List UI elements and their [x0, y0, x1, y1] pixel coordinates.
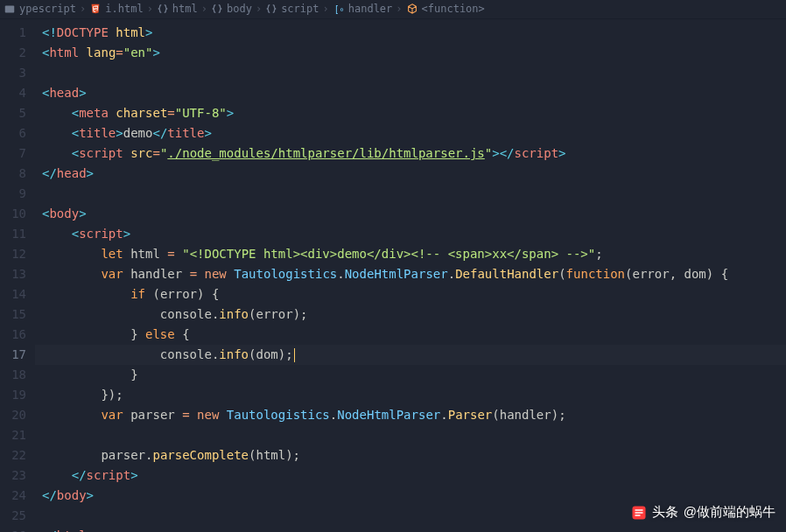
- folder-icon: [4, 3, 16, 15]
- code-line[interactable]: <script src="./node_modules/htmlparser/l…: [35, 144, 786, 164]
- line-number: 26: [0, 526, 26, 532]
- line-number: 23: [0, 466, 26, 486]
- chevron-right-icon: ›: [80, 1, 86, 18]
- chevron-right-icon: ›: [147, 1, 153, 18]
- code-line[interactable]: console.info(error);: [35, 304, 786, 325]
- line-number: 22: [0, 445, 26, 466]
- line-number: 2: [0, 43, 26, 63]
- line-number: 24: [0, 486, 26, 506]
- line-number: 8: [0, 164, 26, 184]
- line-gutter: 1234567891011121314151617181920212223242…: [0, 19, 35, 532]
- code-line[interactable]: });: [35, 385, 786, 405]
- breadcrumb-item[interactable]: ypescript: [4, 1, 76, 18]
- watermark-brand: 头条: [652, 501, 678, 523]
- chevron-right-icon: ›: [323, 1, 329, 18]
- code-line[interactable]: parser.parseComplete(html);: [35, 445, 786, 466]
- code-line[interactable]: <meta charset="UTF-8">: [35, 103, 786, 123]
- svg-text:[∘]: [∘]: [333, 4, 344, 14]
- line-number: 10: [0, 204, 26, 224]
- watermark: 头条 @做前端的蜗牛: [631, 501, 775, 523]
- line-number: 14: [0, 284, 26, 304]
- code-area[interactable]: <!DOCTYPE html><html lang="en"><head> <m…: [35, 19, 786, 532]
- breadcrumb-item[interactable]: body: [211, 1, 252, 18]
- brackets-icon: [265, 3, 277, 15]
- code-line[interactable]: <html lang="en">: [35, 43, 786, 63]
- breadcrumb-item[interactable]: script: [265, 1, 319, 18]
- svg-rect-3: [635, 509, 642, 511]
- code-line[interactable]: } else {: [35, 325, 786, 345]
- line-number: 25: [0, 506, 26, 526]
- chevron-right-icon: ›: [256, 1, 262, 18]
- breadcrumb-label: body: [227, 1, 252, 18]
- code-line[interactable]: var handler = new Tautologistics.NodeHtm…: [35, 264, 786, 284]
- toutiao-icon: [631, 505, 647, 521]
- code-line[interactable]: <head>: [35, 83, 786, 103]
- chevron-right-icon: ›: [396, 1, 402, 18]
- breadcrumb-label: handler: [348, 1, 393, 18]
- var-icon: [∘]: [333, 3, 345, 15]
- breadcrumb-item[interactable]: i.html: [89, 1, 143, 18]
- code-line[interactable]: [35, 425, 786, 445]
- breadcrumb-item[interactable]: <function>: [406, 1, 485, 18]
- code-line[interactable]: <title>demo</title>: [35, 123, 786, 144]
- brackets-icon: [157, 3, 169, 15]
- code-line[interactable]: </head>: [35, 164, 786, 184]
- line-number: 9: [0, 184, 26, 204]
- cube-icon: [406, 3, 418, 15]
- code-line[interactable]: console.info(dom);: [35, 345, 786, 365]
- line-number: 16: [0, 325, 26, 345]
- code-line[interactable]: <script>: [35, 224, 786, 244]
- line-number: 13: [0, 264, 26, 284]
- breadcrumb-label: script: [281, 1, 319, 18]
- code-line[interactable]: }: [35, 365, 786, 385]
- breadcrumb-label: i.html: [105, 1, 143, 18]
- line-number: 15: [0, 304, 26, 325]
- code-editor[interactable]: 1234567891011121314151617181920212223242…: [0, 19, 786, 532]
- line-number: 1: [0, 23, 26, 43]
- svg-rect-4: [635, 512, 642, 514]
- breadcrumb-label: ypescript: [19, 1, 76, 18]
- breadcrumb-item[interactable]: html: [157, 1, 198, 18]
- code-line[interactable]: <!DOCTYPE html>: [35, 23, 786, 43]
- code-line[interactable]: [35, 63, 786, 83]
- code-line[interactable]: [35, 184, 786, 204]
- code-line[interactable]: if (error) {: [35, 284, 786, 304]
- line-number: 17: [0, 345, 26, 365]
- code-line[interactable]: let html = "<!DOCTYPE html><div>demo</di…: [35, 244, 786, 264]
- svg-rect-5: [635, 514, 640, 516]
- html-icon: [89, 3, 102, 15]
- code-line[interactable]: </script>: [35, 466, 786, 486]
- line-number: 7: [0, 144, 26, 164]
- line-number: 6: [0, 123, 26, 144]
- line-number: 21: [0, 425, 26, 445]
- code-line[interactable]: <body>: [35, 204, 786, 224]
- line-number: 18: [0, 365, 26, 385]
- brackets-icon: [211, 3, 223, 15]
- text-cursor: [294, 348, 295, 362]
- breadcrumb-label: <function>: [422, 1, 485, 18]
- svg-rect-0: [5, 6, 15, 13]
- line-number: 5: [0, 103, 26, 123]
- code-line[interactable]: </html>: [35, 526, 786, 532]
- chevron-right-icon: ›: [201, 1, 207, 18]
- line-number: 4: [0, 83, 26, 103]
- line-number: 12: [0, 244, 26, 264]
- breadcrumb[interactable]: ypescript›i.html›html›body›script›[∘]han…: [0, 0, 786, 19]
- line-number: 20: [0, 405, 26, 425]
- breadcrumb-item[interactable]: [∘]handler: [333, 1, 393, 18]
- code-line[interactable]: var parser = new Tautologistics.NodeHtml…: [35, 405, 786, 425]
- line-number: 3: [0, 63, 26, 83]
- line-number: 19: [0, 385, 26, 405]
- line-number: 11: [0, 224, 26, 244]
- breadcrumb-label: html: [172, 1, 198, 18]
- watermark-author: @做前端的蜗牛: [684, 501, 775, 523]
